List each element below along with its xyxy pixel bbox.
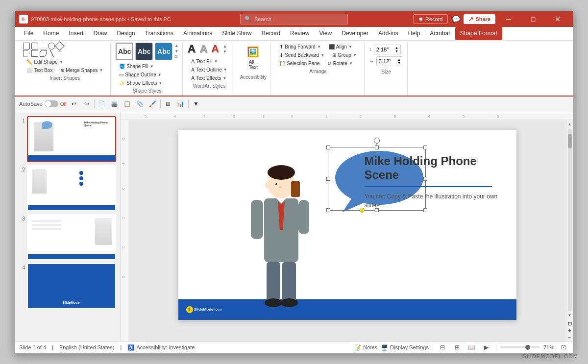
rect-shape[interactable]	[23, 43, 30, 49]
height-spinner[interactable]: ▲ ▼	[395, 46, 398, 53]
circle-shape[interactable]	[48, 43, 55, 49]
height-down[interactable]: ▼	[395, 49, 398, 53]
print-btn[interactable]: 🖨️	[109, 98, 120, 109]
wordart-style-1[interactable]: A	[188, 43, 196, 55]
maximize-button[interactable]: □	[522, 11, 544, 27]
handle-tl[interactable]	[326, 146, 330, 149]
zoom-slider-thumb[interactable]	[525, 345, 530, 350]
rotate-handle[interactable]	[374, 138, 380, 144]
shape-outline-btn[interactable]: ▭ Shape Outline ▼	[116, 71, 165, 79]
rotate-btn[interactable]: ↻ Rotate ▼	[324, 59, 356, 68]
comment-button[interactable]: 💬	[450, 13, 462, 25]
scroll-thumb[interactable]	[568, 134, 572, 148]
menu-draw[interactable]: Draw	[88, 27, 112, 40]
selection-pane-btn[interactable]: 📋 Selection Pane	[276, 59, 323, 68]
handle-tr[interactable]	[423, 146, 427, 149]
diamond-shape[interactable]	[55, 41, 65, 51]
width-up[interactable]: ▲	[397, 58, 401, 61]
handle-tm[interactable]	[375, 146, 379, 149]
menu-view[interactable]: View	[314, 27, 337, 40]
text-fill-btn[interactable]: A Text Fill ▼	[188, 57, 221, 66]
zoom-fit-btn[interactable]: ⊡	[567, 321, 573, 327]
height-up[interactable]: ▲	[395, 46, 398, 49]
alt-text-btn[interactable]: 🖼️ AltText	[240, 43, 267, 73]
insert-table-btn[interactable]: ⊞	[163, 98, 173, 109]
share-button[interactable]: ↗ Share	[464, 14, 495, 24]
undo-button[interactable]: ↩	[69, 98, 79, 109]
vertical-scrollbar[interactable]: ▲ ▼ ⊡ + −	[566, 120, 573, 341]
group-btn[interactable]: ⊞ Group ▼	[329, 51, 360, 59]
width-spinner[interactable]: ▲ ▼	[397, 58, 401, 65]
arrow-shape[interactable]	[23, 50, 30, 57]
triangle-shape[interactable]	[40, 43, 47, 49]
slide-thumb-2[interactable]	[27, 165, 116, 211]
parallelogram-shape[interactable]	[31, 50, 38, 57]
width-down[interactable]: ▼	[397, 61, 401, 65]
align-btn[interactable]: ⬛ Align ▼	[325, 43, 356, 51]
slide-thumb-3[interactable]	[27, 214, 116, 260]
handle-ml[interactable]	[326, 177, 330, 181]
scroll-track[interactable]	[568, 129, 572, 311]
menu-insert[interactable]: Insert	[64, 27, 88, 40]
rounded-rect-shape[interactable]	[31, 43, 38, 49]
menu-animations[interactable]: Animations	[178, 27, 217, 40]
line-shape[interactable]: ╲	[48, 50, 55, 57]
insert-chart-btn[interactable]: 📊	[175, 98, 186, 109]
slide-sorter-btn[interactable]: ⊞	[452, 342, 463, 353]
menu-slideshow[interactable]: Slide Show	[217, 27, 256, 40]
minimize-button[interactable]: ─	[497, 11, 520, 27]
menu-design[interactable]: Design	[112, 27, 140, 40]
slide-thumb-4[interactable]: SlideModel	[27, 263, 116, 309]
close-button[interactable]: ✕	[546, 11, 569, 27]
zoom-slider[interactable]	[500, 346, 539, 348]
edit-shape-btn[interactable]: ✏️ Edit Shape ▼	[23, 58, 67, 66]
shape-style-white[interactable]: Abc	[116, 43, 133, 60]
send-backward-btn[interactable]: ⬇ Send Backward ▼	[276, 51, 328, 59]
menu-addins[interactable]: Add-ins	[373, 27, 403, 40]
redo-button[interactable]: ↪	[81, 98, 92, 109]
wordart-gallery-scroll[interactable]: ▲ ▼	[223, 44, 227, 54]
reading-view-btn[interactable]: 📖	[466, 342, 477, 353]
shape-fill-btn[interactable]: 🪣 Shape Fill ▼	[116, 62, 157, 71]
yellow-dot[interactable]	[360, 208, 365, 213]
wordart-style-3[interactable]: A	[211, 43, 219, 55]
wordart-style-2[interactable]: A	[199, 43, 207, 55]
bring-forward-btn[interactable]: ⬆ Bring Forward ▼	[276, 43, 324, 51]
callout-shape[interactable]	[40, 50, 47, 57]
format-painter-btn[interactable]: 🖌️	[147, 98, 158, 109]
new-slide-btn[interactable]: 📄	[97, 98, 107, 109]
zoom-in-scroll-btn[interactable]: +	[567, 328, 573, 334]
slide-thumb-1[interactable]: Mike Holding Phone Scene	[27, 116, 116, 162]
menu-help[interactable]: Help	[403, 27, 425, 40]
canvas-area[interactable]: S SlideModel.com	[128, 120, 566, 341]
more-btn[interactable]: ▼	[191, 98, 201, 109]
scroll-up-btn[interactable]: ▲	[566, 121, 573, 128]
display-settings-btn[interactable]: 🖥️ Display Settings	[381, 344, 429, 351]
zoom-fit-btn[interactable]: ⊡	[558, 342, 569, 353]
handle-bl[interactable]	[326, 208, 330, 212]
normal-view-btn[interactable]: ⊟	[437, 342, 448, 353]
merge-shapes-btn[interactable]: ⊕ Merge Shapes ▼	[57, 66, 106, 74]
menu-developer[interactable]: Developer	[337, 27, 373, 40]
shape-style-dark[interactable]: Abc	[135, 43, 153, 60]
height-input[interactable]: 2.18" ▲ ▼	[374, 45, 401, 54]
style-gallery-scroll[interactable]: ▲ ▼ ⊡	[174, 44, 178, 59]
shape-effects-btn[interactable]: ✨ Shape Effects ▼	[116, 79, 166, 87]
text-outline-btn[interactable]: A Text Outline ▼	[188, 66, 230, 74]
menu-file[interactable]: File	[19, 27, 38, 40]
width-input[interactable]: 3.12" ▲ ▼	[376, 56, 403, 66]
menu-transitions[interactable]: Transitions	[140, 27, 178, 40]
menu-record[interactable]: Record	[256, 27, 285, 40]
shape-style-blue[interactable]: Abc	[155, 43, 172, 60]
menu-review[interactable]: Review	[285, 27, 314, 40]
paste-btn[interactable]: 📎	[135, 98, 146, 109]
menu-shape-format[interactable]: Shape Format	[455, 27, 502, 40]
copy-btn[interactable]: 📋	[122, 98, 133, 109]
accessibility-btn[interactable]: ♿ Accessibility: Investigate	[127, 344, 195, 351]
notes-btn[interactable]: 📝 Notes	[354, 344, 377, 351]
menu-home[interactable]: Home	[38, 27, 64, 40]
search-bar[interactable]: 🔍 Search	[240, 14, 348, 24]
text-effects-btn[interactable]: A Text Effects ▼	[188, 74, 230, 82]
text-box-btn[interactable]: ⬜ Text Box	[23, 66, 56, 74]
slideshow-btn[interactable]: ▶	[481, 342, 492, 353]
